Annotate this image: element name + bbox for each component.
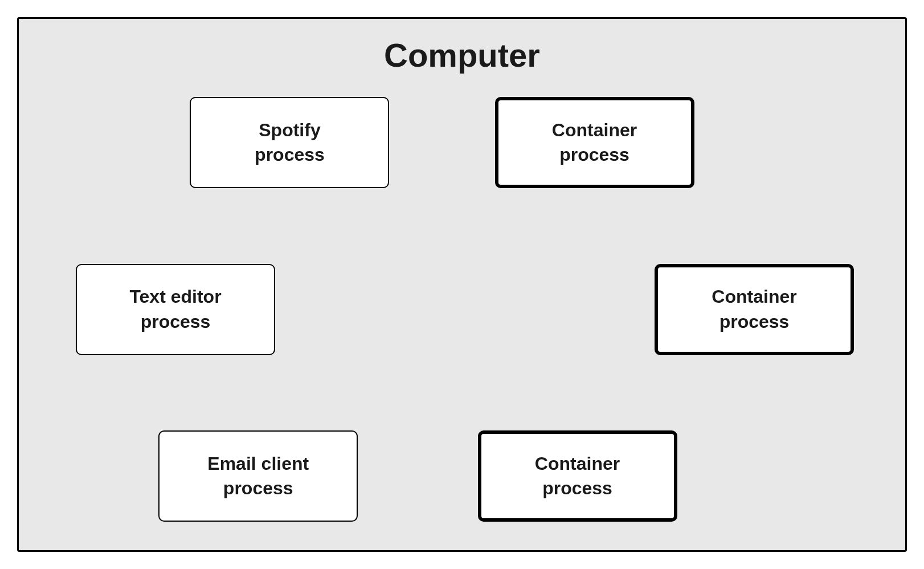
computer-container: Computer Spotifyprocess Text editorproce… (17, 17, 907, 552)
process-label: Email clientprocess (207, 452, 309, 501)
process-box-container-3: Containerprocess (478, 430, 677, 522)
process-label: Containerprocess (552, 118, 637, 167)
processes-area: Spotifyprocess Text editorprocess Email … (70, 97, 854, 522)
left-column: Spotifyprocess Text editorprocess Email … (70, 97, 446, 522)
process-label: Containerprocess (535, 452, 620, 501)
process-label: Text editorprocess (129, 284, 221, 334)
process-box-container-1: Containerprocess (495, 97, 694, 188)
process-label: Spotifyprocess (255, 118, 325, 167)
process-box-spotify: Spotifyprocess (190, 97, 389, 188)
process-label: Containerprocess (712, 284, 796, 334)
diagram-title: Computer (70, 36, 854, 74)
process-box-email-client: Email clientprocess (158, 430, 358, 522)
process-box-text-editor: Text editorprocess (76, 264, 275, 355)
right-column: Containerprocess Containerprocess Contai… (478, 97, 854, 522)
process-box-container-2: Containerprocess (655, 264, 854, 355)
